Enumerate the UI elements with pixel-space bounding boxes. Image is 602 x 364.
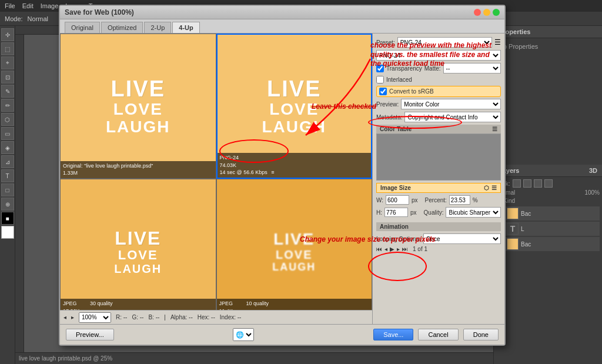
zoom-select[interactable]: 100%: [79, 312, 111, 323]
preview-image-original: LIVE LOVE LAUGH: [61, 34, 216, 178]
stamp-tool[interactable]: ⬡: [1, 113, 14, 126]
animation-header: Animation: [376, 222, 501, 231]
height-input[interactable]: [384, 208, 408, 217]
original-cell-label: Original: "live love laugh printable.psd…: [61, 161, 216, 178]
save-button[interactable]: Save...: [373, 329, 413, 340]
image-size-resize-icon[interactable]: ⬡: [484, 185, 489, 191]
lock-icon[interactable]: [513, 179, 521, 188]
color-table: [376, 133, 501, 181]
layer-thumbnail-1: T: [507, 223, 519, 235]
menu-image[interactable]: Image: [41, 2, 59, 9]
properties-panel-header: Properties: [494, 26, 602, 38]
menu-edit[interactable]: Edit: [22, 2, 34, 9]
marquee-tool[interactable]: ⬚: [1, 42, 14, 55]
preset-row: Preset: PNG-24 ☰: [376, 37, 501, 48]
looping-row: Looping Options: Once: [376, 233, 501, 244]
visibility-lock-icon[interactable]: [523, 179, 531, 188]
settings-menu-icon[interactable]: ☰: [494, 38, 501, 46]
png24-cell-label: PNG-24 74.03K 14 sec @ 56.6 Kbps ≡: [218, 153, 372, 178]
dialog-tabs: Original Optimized 2-Up 4-Up: [60, 19, 504, 34]
r-value: R: --: [116, 314, 127, 320]
height-row: H: px Quality: Bicubic Sharper: [376, 207, 501, 218]
foreground-color[interactable]: ■: [1, 212, 14, 225]
preview-cell-png24[interactable]: LIVE LOVE LAUGH PNG-24 74.03K 14 sec @ 5…: [216, 34, 373, 179]
matte-select[interactable]: --: [443, 63, 501, 74]
ruler-vertical: [15, 35, 24, 352]
cancel-button[interactable]: Cancel: [418, 329, 458, 340]
preview-cell-original[interactable]: LIVE LOVE LAUGH Original: "live love lau…: [60, 34, 216, 179]
all-lock-icon[interactable]: [544, 179, 553, 188]
tab-optimized[interactable]: Optimized: [101, 22, 143, 33]
preset-select[interactable]: PNG-24: [397, 37, 492, 48]
layers-panel: Layers 3D Lock: Normal 100% ⊕ Kind 👁 Bac…: [493, 165, 602, 364]
preview-row: Preview: Monitor Color: [376, 99, 501, 109]
crop-tool[interactable]: ⊡: [1, 71, 14, 84]
tab-2up[interactable]: 2-Up: [144, 22, 171, 33]
format-select[interactable]: PNG-24: [376, 50, 501, 61]
eyedropper-tool[interactable]: ✎: [1, 85, 14, 98]
frame-row: ⏮ ◂ ▶ ▸ ⏭ 1 of 1: [376, 246, 501, 252]
dialog-footer: Preview... 🌐 Save... Cancel Done: [60, 324, 504, 345]
minimize-button[interactable]: [483, 9, 490, 16]
maximize-button[interactable]: [493, 9, 500, 16]
image-size-menu-icon[interactable]: ☰: [491, 185, 497, 191]
background-color[interactable]: [1, 226, 14, 239]
preview-bottom-bar: ◂ ▸ 100% R: -- G: -- B: -- | Alpha: -- H…: [60, 310, 372, 324]
close-button[interactable]: [474, 9, 481, 16]
width-input[interactable]: [386, 195, 409, 205]
move-tool[interactable]: ✢: [1, 28, 14, 41]
brush-tool[interactable]: ✏: [1, 99, 14, 112]
preview-area: LIVE LOVE LAUGH Original: "live love lau…: [60, 34, 372, 324]
layer-thumbnail-2: [507, 238, 519, 250]
interlaced-row: Interlaced: [376, 76, 501, 84]
position-lock-icon[interactable]: [534, 179, 542, 188]
transparency-row: Transparency Matte: --: [376, 63, 501, 74]
preview-button[interactable]: Preview...: [66, 329, 114, 340]
layer-item-1[interactable]: 👁 T L: [496, 222, 600, 236]
hex-value: Hex: --: [198, 314, 215, 320]
preview-grid: LIVE LOVE LAUGH Original: "live love lau…: [60, 34, 372, 324]
type-tool[interactable]: T: [1, 169, 14, 182]
resample-select[interactable]: Bicubic Sharper: [446, 207, 501, 218]
interlaced-checkbox[interactable]: [376, 76, 384, 84]
doc-info: live love laugh printable.psd @ 25%: [19, 355, 112, 362]
toolbox: ✢ ⬚ ⌖ ⊡ ✎ ✏ ⬡ ▭ ◈ ⊿ T □ ⊕ ■: [0, 26, 15, 364]
eraser-tool[interactable]: ▭: [1, 127, 14, 140]
layers-content: Lock: Normal 100% ⊕ Kind 👁 Bac 👁 T L 👁: [494, 177, 602, 255]
transparency-checkbox[interactable]: [376, 65, 384, 72]
zoom-tool[interactable]: ⊕: [1, 198, 14, 211]
lasso-tool[interactable]: ⌖: [1, 56, 14, 69]
tab-original[interactable]: Original: [65, 22, 100, 33]
metadata-row: Metadata: Copyright and Contact Info: [376, 112, 501, 122]
save-for-web-dialog: Save for Web (100%) Original Optimized 2…: [59, 5, 506, 346]
browser-select[interactable]: 🌐: [233, 328, 254, 341]
mode-label: Mode:: [5, 15, 23, 22]
paint-bucket-tool[interactable]: ◈: [1, 141, 14, 154]
preview-select[interactable]: Monitor Color: [401, 99, 501, 109]
tab-4up[interactable]: 4-Up: [172, 22, 199, 33]
alpha-value: Alpha: --: [170, 314, 193, 320]
g-value: G: --: [132, 314, 143, 320]
status-bar: live love laugh printable.psd @ 25%: [15, 352, 493, 364]
color-table-header: Color Table ☰: [376, 125, 501, 133]
percent-input[interactable]: [449, 195, 470, 205]
layer-item-2[interactable]: 👁 Bac: [496, 237, 600, 251]
layer-item-0[interactable]: 👁 Bac: [496, 206, 600, 221]
preview-cell-jpeg30[interactable]: LIVE LOVE LAUGH JPEG 30 quality 17.96K 4…: [60, 179, 216, 324]
done-button[interactable]: Done: [463, 329, 499, 340]
index-value: Index: --: [220, 314, 242, 320]
format-row: PNG-24: [376, 50, 501, 61]
settings-panel: Preset: PNG-24 ☰ PNG-24 Transparency Mat…: [372, 34, 504, 324]
mode-value: Normal: [28, 15, 48, 22]
dialog-body: LIVE LOVE LAUGH Original: "live love lau…: [60, 34, 504, 324]
animation-section: Looping Options: Once ⏮ ◂ ▶ ▸ ⏭ 1 of 1: [376, 231, 501, 256]
looping-select[interactable]: Once: [423, 233, 501, 244]
properties-content: No Properties: [494, 38, 602, 55]
shape-tool[interactable]: □: [1, 183, 14, 196]
metadata-select[interactable]: Copyright and Contact Info: [404, 112, 501, 122]
layer-thumbnail-0: [507, 208, 519, 219]
preview-cell-jpeg10[interactable]: LIVE LOVE LAUGH JPEG 10 quality 11.4K 3 …: [216, 179, 373, 324]
convert-srgb-checkbox[interactable]: [379, 88, 387, 95]
pen-tool[interactable]: ⊿: [1, 155, 14, 168]
menu-file[interactable]: File: [5, 2, 15, 9]
